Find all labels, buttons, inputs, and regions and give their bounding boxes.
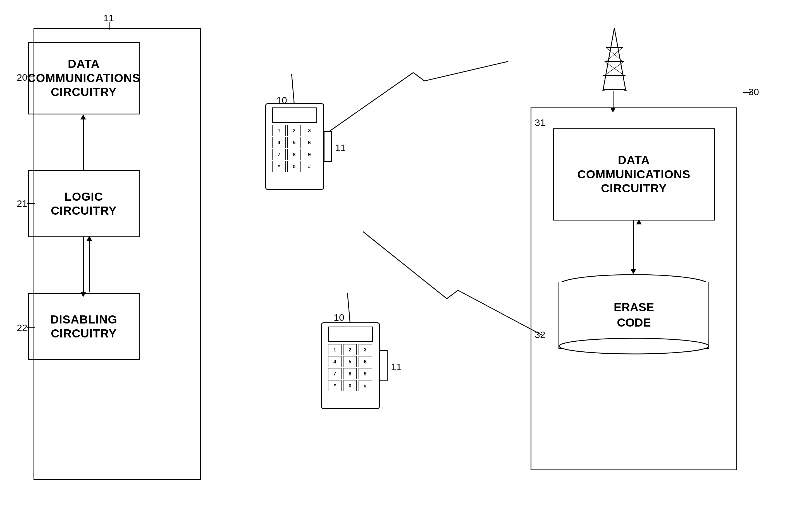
svg-line-3: [363, 232, 447, 299]
key-b4: 4: [328, 356, 341, 367]
arrowhead-up-datacomm: [636, 220, 642, 224]
arrowhead-up-logic: [87, 236, 92, 241]
svg-line-1: [413, 73, 425, 81]
phone-top-keypad: 1 2 3 4 5 6 7 8 9 * 0 #: [272, 125, 317, 172]
key-2: 2: [287, 125, 301, 136]
right-data-comm-label: DATA COMMUNICATIONS CIRCUITRY: [577, 153, 690, 195]
key-b1: 1: [328, 344, 341, 355]
svg-marker-6: [603, 28, 625, 89]
svg-line-0: [330, 73, 413, 131]
key-4: 4: [272, 137, 286, 148]
key-b2: 2: [343, 344, 357, 355]
ref-label-32: 32: [535, 329, 545, 340]
phone-top-antenna: [291, 74, 295, 108]
key-b7: 7: [328, 368, 341, 379]
arrow-disable-logic-line: [89, 237, 90, 292]
arrow-30: [743, 92, 751, 93]
key-b8: 8: [343, 368, 357, 379]
logic-box: LOGIC CIRCUITRY: [28, 170, 139, 237]
data-comm-box: DATA COMMUNICATIONS CIRCUITRY: [28, 42, 139, 114]
wireless-link-top: [318, 56, 542, 139]
phone-bot-body: 1 2 3 4 5 6 7 8 9 * 0 #: [321, 322, 380, 409]
key-9: 9: [303, 149, 316, 160]
key-5: 5: [287, 137, 301, 148]
key-3: 3: [303, 125, 316, 136]
key-star: *: [272, 161, 286, 172]
erase-drum-bottom: [559, 338, 709, 355]
phone-top-body: 1 2 3 4 5 6 7 8 9 * 0 #: [265, 103, 324, 190]
arrow-logic-disable-line: [83, 237, 84, 293]
data-comm-label: DATA COMMUNICATIONS CIRCUITRY: [27, 57, 140, 99]
disabling-label: DISABLING CIRCUITRY: [50, 312, 117, 341]
ref-label-11-top-phone: 11: [335, 142, 346, 153]
antenna-line-top: [110, 22, 110, 30]
phone-top-screen: [272, 108, 317, 123]
arrow-data-logic-line: [83, 116, 84, 170]
svg-line-4: [447, 290, 458, 299]
key-0: 0: [287, 161, 301, 172]
tower-icon: [586, 25, 642, 92]
right-data-comm-box: DATA COMMUNICATIONS CIRCUITRY: [553, 128, 715, 221]
key-7: 7: [272, 149, 286, 160]
key-hash: #: [303, 161, 316, 172]
key-bstar: *: [328, 380, 341, 391]
phone-bot-side: [380, 350, 388, 381]
phone-bot-keypad: 1 2 3 4 5 6 7 8 9 * 0 #: [328, 344, 373, 391]
key-b5: 5: [343, 356, 357, 367]
ref-label-22: 22: [17, 322, 27, 333]
key-b0: 0: [343, 380, 357, 391]
ref-label-11-antenna: 11: [103, 13, 114, 23]
key-b3: 3: [359, 344, 372, 355]
key-b9: 9: [359, 368, 372, 379]
ref-label-21: 21: [17, 198, 27, 209]
logic-label: LOGIC CIRCUITRY: [51, 190, 117, 218]
key-8: 8: [287, 149, 301, 160]
phone-bot-screen: [328, 327, 373, 342]
svg-line-5: [458, 290, 542, 335]
ref-label-31: 31: [535, 117, 545, 128]
erase-code-label: ERASE CODE: [614, 300, 654, 330]
key-bhash: #: [359, 380, 372, 391]
ref-label-10-top: 10: [277, 95, 287, 106]
key-b6: 6: [359, 356, 372, 367]
key-6: 6: [303, 137, 316, 148]
disabling-box: DISABLING CIRCUITRY: [28, 293, 139, 360]
ref-label-10-bot: 10: [334, 312, 344, 323]
key-1: 1: [272, 125, 286, 136]
ref-label-20: 20: [17, 72, 27, 83]
arrow-datacomm-erase-line: [633, 221, 634, 271]
svg-line-2: [425, 61, 508, 81]
arrowhead-up-data: [80, 114, 86, 119]
ref-label-11-bot: 11: [391, 361, 401, 372]
svg-point-18: [559, 338, 709, 354]
arrow-tower-to-box: [613, 91, 614, 109]
